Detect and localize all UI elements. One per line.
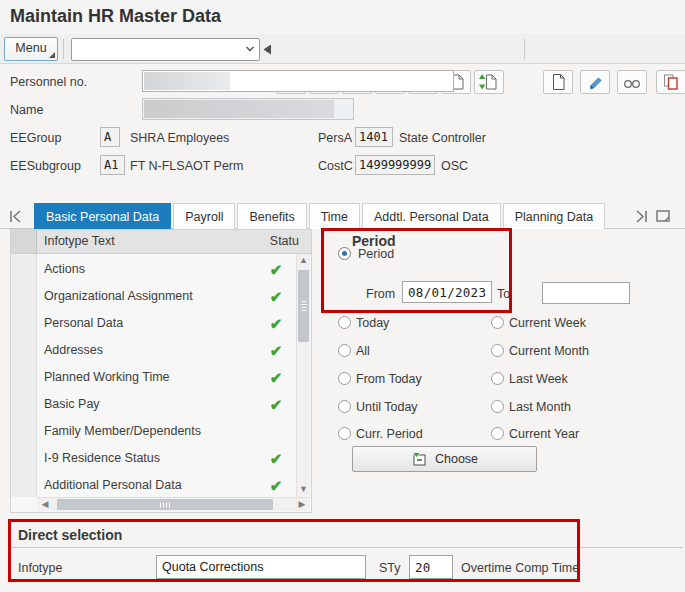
menu-button[interactable]: Menu [4,37,58,61]
radio-all-label: All [356,344,370,358]
list-item-basic-pay[interactable]: Basic Pay ✔ [38,391,296,418]
tab-benefits[interactable]: Benefits [237,203,306,229]
status-check-icon: ✔ [266,364,286,391]
eesubgroup-value[interactable]: A1 [100,155,125,175]
tabs-scroll-right-icon[interactable] [633,210,649,223]
infotype-input[interactable] [156,555,366,579]
change-button[interactable] [580,70,610,94]
radio-current-week-label: Current Week [509,316,586,330]
radio-last-week[interactable] [491,372,504,385]
tab-basic-personal-data[interactable]: Basic Personal Data [34,203,171,229]
menu-button-label: Menu [15,41,46,55]
display-button[interactable] [617,70,647,94]
scroll-up-icon[interactable]: ▲ [297,254,310,268]
list-item-personal-data[interactable]: Personal Data ✔ [38,310,296,337]
personnel-no-redaction [144,72,230,90]
choose-button[interactable]: Choose [352,446,537,472]
personnel-no-input[interactable] [142,70,454,92]
list-item-family-member-dependents[interactable]: Family Member/Dependents [38,418,296,445]
horizontal-scroll-thumb[interactable] [57,499,273,510]
last-page-icon [479,72,499,92]
status-check-icon: ✔ [266,472,286,499]
personnel-no-label: Personnel no. [10,75,87,89]
radio-from-today[interactable] [338,372,351,385]
create-button[interactable] [543,70,573,94]
radio-today-label: Today [356,316,389,330]
column-header-infotype-text: Infotype Text [44,234,115,248]
list-item-planned-working-time[interactable]: Planned Working Time ✔ [38,364,296,391]
persa-text: State Controller [399,131,486,145]
radio-last-month-label: Last Month [509,400,571,414]
list-item-additional-personal-data[interactable]: Additional Personal Data ✔ [38,472,296,499]
sty-input[interactable] [409,555,453,579]
list-selection-column[interactable] [11,254,37,497]
horizontal-scrollbar[interactable]: ◀ ▶ [37,497,310,511]
radio-until-today-label: Until Today [356,400,418,414]
page-title: Maintain HR Master Data [10,6,221,27]
radio-current-week[interactable] [491,316,504,329]
persa-label: PersA [318,131,352,145]
name-field[interactable] [142,98,354,120]
list-item-i9-residence-status[interactable]: I-9 Residence Status ✔ [38,445,296,472]
vertical-scroll-thumb[interactable] [298,270,309,342]
menu-corner-icon [49,52,55,58]
list-item-actions[interactable]: Actions ✔ [38,256,296,283]
tab-payroll[interactable]: Payroll [173,203,235,229]
persa-value[interactable]: 1401 [355,127,393,147]
collapse-toolbar-icon[interactable] [263,44,272,55]
name-redaction [144,100,334,118]
radio-last-week-label: Last Week [509,372,568,386]
toolbar: Menu [0,34,685,64]
radio-today[interactable] [338,316,351,329]
radio-until-today[interactable] [338,400,351,413]
list-header: Infotype Text Statu [11,230,311,254]
chevron-down-icon[interactable] [244,43,256,55]
status-check-icon: ✔ [266,445,286,472]
scroll-right-icon[interactable]: ▶ [296,498,308,510]
eesubgroup-label: EESubgroup [10,159,81,173]
status-check-icon: ✔ [266,283,286,310]
radio-current-month[interactable] [491,344,504,357]
choose-button-label: Choose [435,452,478,466]
status-check-icon: ✔ [266,256,286,283]
radio-last-month[interactable] [491,400,504,413]
scroll-left-icon[interactable]: ◀ [39,498,51,510]
eegroup-value[interactable]: A [100,127,120,147]
status-check-icon: ✔ [266,337,286,364]
scroll-down-icon[interactable]: ▼ [297,483,310,497]
from-label: From [366,287,395,301]
radio-curr-period[interactable] [338,427,351,440]
list-item-organizational-assignment[interactable]: Organizational Assignment ✔ [38,283,296,310]
tab-time[interactable]: Time [309,203,360,229]
radio-current-month-label: Current Month [509,344,589,358]
choose-icon [411,451,428,468]
costc-label: CostC [318,159,353,173]
radio-all[interactable] [338,344,351,357]
eesubgroup-text: FT N-FLSAOT Perm [130,159,243,173]
radio-period-label: Period [358,247,394,261]
tab-strip: Basic Personal Data Payroll Benefits Tim… [0,203,685,229]
glasses-icon [622,72,642,92]
radio-current-year[interactable] [491,427,504,440]
detach-tab-icon[interactable] [655,208,672,224]
list-item-addresses[interactable]: Addresses ✔ [38,337,296,364]
radio-curr-period-label: Curr. Period [356,427,423,441]
radio-current-year-label: Current Year [509,427,579,441]
status-check-icon: ✔ [266,310,286,337]
copy-button[interactable] [656,70,685,94]
toolbar-separator [524,39,525,59]
tab-planning-data[interactable]: Planning Data [503,203,606,229]
vertical-scrollbar[interactable]: ▲ ▼ [296,254,310,497]
command-input[interactable] [74,40,238,59]
last-page-button[interactable] [474,70,504,94]
list-selection-column-header[interactable] [11,230,37,253]
tab-addtl-personal-data[interactable]: Addtl. Personal Data [362,203,501,229]
eegroup-text: SHRA Employees [130,131,229,145]
costc-value[interactable]: 1499999999 [355,155,435,175]
toolbar-separator [63,39,64,59]
tabs-scroll-left-icon[interactable] [8,210,24,223]
status-check-icon: ✔ [266,391,286,418]
from-date-input[interactable] [402,281,492,303]
radio-period[interactable] [338,247,351,260]
to-date-input[interactable] [542,282,630,304]
